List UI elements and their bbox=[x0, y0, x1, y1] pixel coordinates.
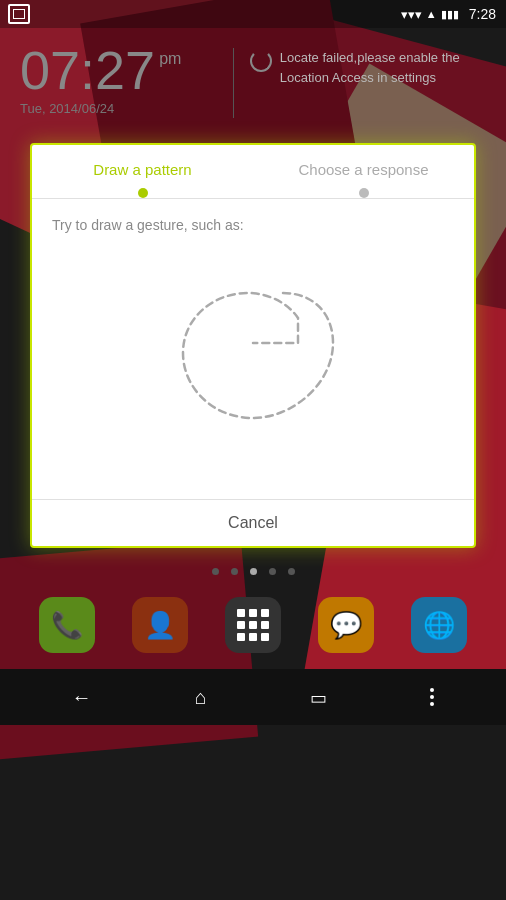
pager-dots bbox=[0, 558, 506, 585]
location-error: Locate failed,please enable the Location… bbox=[250, 48, 486, 87]
tab-active-indicator bbox=[138, 188, 148, 198]
app-contacts[interactable]: 👤 bbox=[132, 597, 188, 653]
app-phone[interactable]: 📞 bbox=[39, 597, 95, 653]
dialog-tabs: Draw a pattern Choose a response bbox=[32, 145, 474, 199]
battery-icon: ▮▮▮ bbox=[441, 8, 459, 21]
back-button[interactable]: ← bbox=[62, 680, 102, 714]
clock-divider bbox=[233, 48, 234, 118]
dialog-footer: Cancel bbox=[32, 499, 474, 546]
app-dock: 📞 👤 💬 🌐 bbox=[0, 589, 506, 661]
gesture-hint: Try to draw a gesture, such as: bbox=[52, 217, 454, 233]
clock-date: Tue, 2014/06/24 bbox=[20, 101, 217, 116]
grid-icon bbox=[237, 609, 269, 641]
refresh-icon bbox=[250, 50, 272, 72]
app-chat[interactable]: 💬 bbox=[318, 597, 374, 653]
clock-time: 07:27 pm bbox=[20, 43, 217, 97]
status-bar: ▾▾▾ ▲ ▮▮▮ 7:28 bbox=[0, 0, 506, 28]
nav-bar: ← ⌂ ▭ bbox=[0, 669, 506, 725]
more-dots-icon bbox=[430, 688, 434, 706]
gesture-canvas[interactable] bbox=[52, 253, 454, 473]
status-icons: ▾▾▾ ▲ ▮▮▮ 7:28 bbox=[401, 6, 496, 22]
dot-3-active bbox=[250, 568, 257, 575]
dot-5 bbox=[288, 568, 295, 575]
signal-icon: ▲ bbox=[426, 8, 437, 20]
clock-ampm: pm bbox=[159, 51, 181, 67]
tab-draw-pattern[interactable]: Draw a pattern bbox=[32, 145, 253, 198]
status-time: 7:28 bbox=[469, 6, 496, 22]
recents-button[interactable]: ▭ bbox=[300, 680, 337, 714]
app-browser[interactable]: 🌐 bbox=[411, 597, 467, 653]
tab-inactive-indicator bbox=[359, 188, 369, 198]
home-button[interactable]: ⌂ bbox=[185, 680, 217, 714]
clock-left: 07:27 pm Tue, 2014/06/24 bbox=[20, 43, 217, 116]
dot-4 bbox=[269, 568, 276, 575]
screenshot-icon bbox=[8, 4, 30, 24]
gesture-dialog: Draw a pattern Choose a response Try to … bbox=[30, 143, 476, 548]
gesture-svg bbox=[133, 263, 373, 463]
dot-2 bbox=[231, 568, 238, 575]
cancel-button[interactable]: Cancel bbox=[46, 514, 460, 532]
clock-area: 07:27 pm Tue, 2014/06/24 Locate failed,p… bbox=[0, 28, 506, 133]
app-launcher[interactable] bbox=[225, 597, 281, 653]
tab-choose-response[interactable]: Choose a response bbox=[253, 145, 474, 198]
more-button[interactable] bbox=[420, 684, 444, 710]
dialog-body: Try to draw a gesture, such as: bbox=[32, 199, 474, 499]
wifi-icon: ▾▾▾ bbox=[401, 7, 422, 22]
dot-1 bbox=[212, 568, 219, 575]
